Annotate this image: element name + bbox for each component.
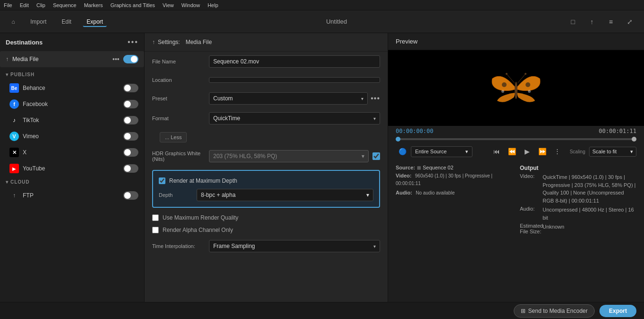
preset-select[interactable]: Custom ▾ [209,92,368,105]
playbar-start-thumb[interactable] [396,137,400,142]
media-file-menu-button[interactable]: ••• [112,55,119,63]
media-file-toggle[interactable] [123,55,138,63]
render-alpha-checkbox[interactable] [152,227,159,233]
file-name-input[interactable] [209,55,380,68]
less-btn-container: ... Less [145,128,388,146]
tiktok-toggle[interactable] [123,116,138,124]
sidebar-item-tiktok[interactable]: ♪ TikTok [0,112,144,128]
menu-view[interactable]: View [163,2,174,8]
menu-clip[interactable]: Clip [36,2,45,8]
media-file-row[interactable]: ↑ Media File ••• [0,51,144,67]
publish-label: PUBLISH [10,72,35,77]
tiktok-label: TikTok [23,117,123,124]
panel-icon[interactable]: □ [566,15,580,28]
menu-markers[interactable]: Markers [84,2,103,8]
playbar[interactable] [396,138,636,140]
youtube-icon: ▶ [9,164,19,173]
range-value: Entire Source [415,149,447,154]
hdr-checkbox[interactable] [372,152,380,160]
playbar-end-thumb[interactable] [632,137,636,142]
source-label: Source: [396,165,415,170]
time-interp-select[interactable]: Frame Sampling ▾ [209,240,380,252]
behance-icon: Be [9,83,19,93]
depth-label: Depth [159,192,197,198]
play-button[interactable]: ▶ [520,145,534,158]
source-name: Sequence 02 [423,165,454,170]
scaling-select[interactable]: Scale to fit ▾ [589,147,636,157]
settings-label: Settings: [158,39,180,45]
edit-tab[interactable]: Edit [58,17,75,27]
time-interp-label: Time Interpolation: [152,243,209,249]
step-back-button[interactable]: ⏪ [505,145,518,158]
sidebar-item-ftp[interactable]: ↑ FTP [0,187,144,204]
source-video-label: Video: [396,173,411,178]
export-frame-icon[interactable]: ↑ [585,15,599,28]
format-control: QuickTime ▾ [209,112,380,124]
export-tab[interactable]: Export [83,17,107,27]
format-select[interactable]: QuickTime ▾ [209,112,380,124]
menu-sequence[interactable]: Sequence [53,2,77,8]
timecode-start: 00:00:00:00 [396,128,433,134]
depth-select[interactable]: 8-bpc + alpha ▾ [197,189,373,201]
maximize-icon[interactable]: ⤢ [623,15,636,28]
media-file-label: Media File [12,56,112,62]
source-audio-detail: No audio available [416,190,454,195]
home-button[interactable]: ⌂ [8,16,19,27]
x-label: X [23,149,123,156]
preset-value: Custom [213,95,233,102]
next-frame-button[interactable]: ⋮ [551,145,564,158]
send-to-encoder-button[interactable]: ⊞ Send to Media Encoder [514,304,595,318]
cloud-section-header: ▾ CLOUD [0,177,144,187]
playbar-container [388,136,644,142]
behance-toggle[interactable] [123,84,138,92]
cloud-label: CLOUD [10,179,30,185]
facebook-toggle[interactable] [123,100,138,108]
source-audio-label: Audio: [396,190,412,195]
step-forward-button[interactable]: ⏩ [535,145,549,158]
sidebar-item-behance[interactable]: Be Behance [0,80,144,96]
sidebar-item-vimeo[interactable]: V Vimeo [0,128,144,144]
file-name-control [209,55,380,68]
output-audio-detail: Uncompressed | 48000 Hz | Stereo | 16 bi… [543,206,636,222]
scaling-chevron-icon: ▾ [630,149,633,155]
location-label: Location [152,77,209,83]
import-tab[interactable]: Import [27,17,50,27]
less-button[interactable]: ... Less [160,132,187,142]
scaling-label: Scaling [570,149,585,154]
preset-menu-button[interactable]: ••• [371,94,380,103]
media-file-icon: ↑ [6,56,9,62]
behance-label: Behance [23,85,123,91]
prev-frame-button[interactable]: ⏮ [490,145,503,158]
menu-file[interactable]: File [4,2,12,8]
render-max-depth-checkbox[interactable] [159,177,165,184]
menu-help[interactable]: Help [208,2,218,8]
source-video-row: Video: 960x540 (1.0) | 30 fps | Progress… [396,172,512,187]
publish-chevron-icon: ▾ [6,72,9,77]
x-toggle[interactable] [123,148,138,157]
butterfly-preview [488,64,544,112]
facebook-icon: f [9,99,19,109]
use-max-quality-checkbox[interactable] [152,214,159,221]
settings-icon[interactable]: ≡ [604,15,617,28]
youtube-toggle[interactable] [123,164,138,173]
preset-control: Custom ▾ ••• [209,92,380,105]
time-interp-row: Time Interpolation: Frame Sampling ▾ [145,236,388,256]
menu-edit[interactable]: Edit [20,2,29,8]
menu-window[interactable]: Window [181,2,200,8]
menu-graphics[interactable]: Graphics and Titles [110,2,155,8]
source-seq-icon: ⊞ [417,165,421,170]
destinations-header: Destinations ••• [0,33,144,51]
destinations-menu-button[interactable]: ••• [127,38,138,46]
sidebar-item-youtube[interactable]: ▶ YouTube [0,160,144,177]
output-audio-row: Audio: Uncompressed | 48000 Hz | Stereo … [520,206,636,222]
range-select[interactable]: Entire Source ▾ [411,146,472,157]
export-button[interactable]: Export [599,305,636,317]
svg-point-0 [515,82,517,99]
hdr-select: 203 (75% HLG, 58% PQ) ▾ [209,150,369,162]
sidebar-item-x[interactable]: ✕ X [0,144,144,160]
ftp-toggle[interactable] [123,191,138,200]
sidebar-item-facebook[interactable]: f Facebook [0,96,144,112]
vimeo-toggle[interactable] [123,132,138,141]
location-input[interactable] [209,77,380,83]
timecode-bar: 00:00:00:00 00:00:01:11 [388,126,644,136]
